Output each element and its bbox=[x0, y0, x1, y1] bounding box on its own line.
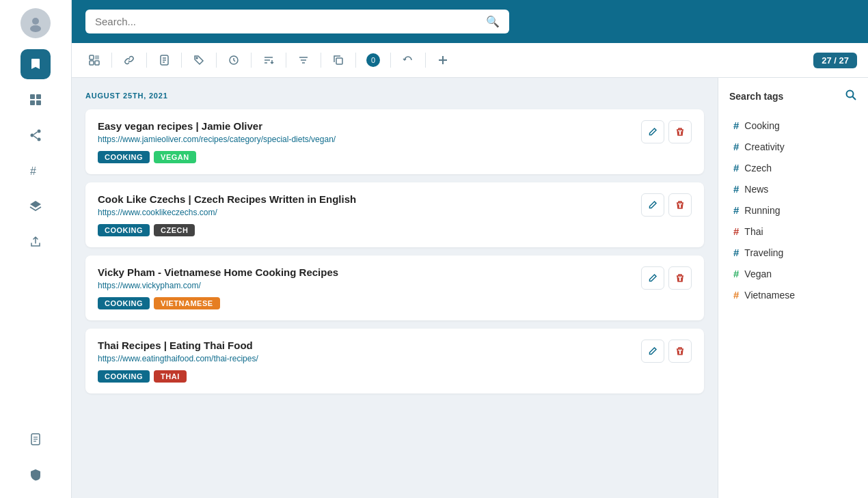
tag-item-vegan[interactable]: # Vegan bbox=[729, 263, 857, 284]
tag-item-czech[interactable]: # Czech bbox=[729, 157, 857, 178]
sidebar-item-share[interactable] bbox=[21, 120, 51, 150]
tag-cooking[interactable]: COOKING bbox=[98, 370, 150, 383]
tag-thai[interactable]: THAI bbox=[154, 370, 187, 383]
svg-rect-4 bbox=[30, 100, 35, 105]
toolbar-sep-4 bbox=[216, 53, 217, 68]
tag-label: Traveling bbox=[744, 247, 783, 258]
svg-point-8 bbox=[38, 138, 41, 141]
svg-line-9 bbox=[34, 132, 38, 135]
tag-item-running[interactable]: # Running bbox=[729, 199, 857, 221]
svg-rect-29 bbox=[336, 58, 342, 64]
svg-rect-17 bbox=[95, 55, 99, 59]
tag-vietnamese[interactable]: VIETNAMESE bbox=[154, 297, 220, 309]
tag-cooking[interactable]: COOKING bbox=[98, 151, 150, 163]
edit-button[interactable] bbox=[641, 340, 664, 363]
toolbar-add[interactable] bbox=[431, 49, 455, 72]
bookmark-title: Cook Like Czechs | Czech Recipes Written… bbox=[98, 193, 633, 205]
delete-button[interactable] bbox=[668, 340, 692, 363]
tag-vegan[interactable]: VEGAN bbox=[154, 151, 196, 163]
bookmark-actions bbox=[641, 193, 692, 217]
content-area: AUGUST 25TH, 2021 Easy vegan recipes | J… bbox=[72, 78, 868, 498]
bookmark-url[interactable]: https://www.eatingthaifood.com/thai-reci… bbox=[98, 354, 633, 363]
tags-search-icon[interactable] bbox=[845, 89, 857, 104]
svg-rect-2 bbox=[30, 94, 35, 99]
toolbar-duplicate[interactable] bbox=[327, 49, 350, 72]
sidebar-item-export[interactable] bbox=[21, 227, 51, 257]
delete-button[interactable] bbox=[668, 120, 692, 143]
bookmark-actions bbox=[641, 120, 692, 143]
svg-rect-18 bbox=[90, 61, 94, 65]
bookmark-tags: COOKINGTHAI bbox=[98, 370, 633, 383]
tag-item-traveling[interactable]: # Traveling bbox=[729, 242, 857, 263]
sidebar-item-shield[interactable] bbox=[21, 460, 51, 490]
bookmark-url[interactable]: https://www.cooklikeczechs.com/ bbox=[98, 208, 633, 217]
edit-button[interactable] bbox=[641, 193, 664, 217]
tag-hash: # bbox=[733, 204, 739, 216]
toolbar-clock[interactable] bbox=[222, 49, 245, 72]
tag-item-vietnamese[interactable]: # Vietnamese bbox=[729, 284, 857, 305]
sidebar-item-grid[interactable] bbox=[21, 85, 51, 115]
bookmark-tags: COOKINGVIETNAMESE bbox=[98, 297, 633, 309]
tag-hash: # bbox=[733, 120, 739, 131]
toolbar-filter[interactable] bbox=[292, 49, 315, 72]
toolbar-sep-3 bbox=[181, 53, 182, 68]
toolbar-document[interactable] bbox=[152, 49, 176, 72]
edit-button[interactable] bbox=[641, 120, 664, 143]
bookmark-url[interactable]: https://www.jamieoliver.com/recipes/cate… bbox=[98, 135, 633, 144]
toolbar-sep-5 bbox=[251, 53, 252, 68]
tag-item-cooking[interactable]: # Cooking bbox=[729, 115, 857, 136]
toolbar: 0 27 / 27 bbox=[72, 43, 868, 78]
toolbar-refresh[interactable] bbox=[396, 49, 420, 72]
tag-hash: # bbox=[733, 268, 739, 279]
delete-button[interactable] bbox=[668, 193, 692, 217]
svg-rect-3 bbox=[36, 94, 41, 99]
toolbar-tag[interactable] bbox=[187, 49, 211, 72]
svg-point-24 bbox=[196, 57, 198, 59]
bookmark-card: Thai Recipes | Eating Thai Food https://… bbox=[85, 329, 704, 393]
bookmark-card: Cook Like Czechs | Czech Recipes Written… bbox=[85, 182, 704, 247]
toolbar-link[interactable] bbox=[118, 49, 141, 72]
bookmark-actions bbox=[641, 340, 692, 363]
date-header: AUGUST 25TH, 2021 bbox=[85, 92, 704, 100]
bookmark-url[interactable]: https://www.vickypham.com/ bbox=[98, 281, 633, 290]
tag-item-news[interactable]: # News bbox=[729, 178, 857, 199]
tag-label: Cooking bbox=[744, 120, 779, 131]
tags-panel-header: Search tags bbox=[729, 89, 857, 104]
bookmarks-list: AUGUST 25TH, 2021 Easy vegan recipes | J… bbox=[72, 78, 718, 498]
sidebar-item-layers[interactable] bbox=[21, 191, 51, 221]
search-input[interactable] bbox=[95, 16, 480, 27]
main-content: 🔍 bbox=[72, 0, 868, 498]
tag-item-thai[interactable]: # Thai bbox=[729, 221, 857, 242]
tag-czech[interactable]: CZECH bbox=[154, 224, 195, 236]
toolbar-sep-7 bbox=[321, 53, 321, 68]
tag-cooking[interactable]: COOKING bbox=[98, 224, 150, 236]
sidebar-item-document[interactable] bbox=[21, 424, 51, 454]
tag-label: Running bbox=[744, 205, 780, 216]
toolbar-badge-btn[interactable]: 0 bbox=[362, 49, 385, 72]
toolbar-badge: 0 bbox=[366, 53, 380, 67]
bookmark-content: Vicky Pham - Vietnamese Home Cooking Rec… bbox=[98, 266, 633, 309]
delete-button[interactable] bbox=[668, 266, 692, 290]
svg-text:#: # bbox=[30, 165, 36, 177]
bookmark-content: Cook Like Czechs | Czech Recipes Written… bbox=[98, 193, 633, 236]
tag-item-creativity[interactable]: # Creativity bbox=[729, 136, 857, 157]
toolbar-select-all[interactable] bbox=[83, 49, 106, 72]
tag-label: Czech bbox=[744, 163, 772, 174]
bookmark-actions bbox=[641, 266, 692, 290]
tags-panel: Search tags # Cooking # Creativity # Cze… bbox=[718, 78, 868, 498]
bookmark-card: Easy vegan recipes | Jamie Oliver https:… bbox=[85, 109, 704, 174]
edit-button[interactable] bbox=[641, 266, 664, 290]
toolbar-sep-10 bbox=[425, 53, 426, 68]
toolbar-sort[interactable] bbox=[257, 49, 280, 72]
tag-hash: # bbox=[733, 247, 739, 258]
svg-line-33 bbox=[853, 97, 856, 100]
page-count: 27 / 27 bbox=[813, 53, 857, 68]
tag-hash: # bbox=[733, 183, 739, 195]
tag-cooking[interactable]: COOKING bbox=[98, 297, 150, 309]
svg-point-32 bbox=[847, 91, 854, 98]
search-bar[interactable]: 🔍 bbox=[85, 10, 509, 33]
toolbar-sep-2 bbox=[146, 53, 147, 68]
avatar bbox=[21, 8, 51, 38]
sidebar-item-tags[interactable]: # bbox=[21, 156, 51, 186]
sidebar-item-bookmarks[interactable] bbox=[21, 49, 51, 79]
